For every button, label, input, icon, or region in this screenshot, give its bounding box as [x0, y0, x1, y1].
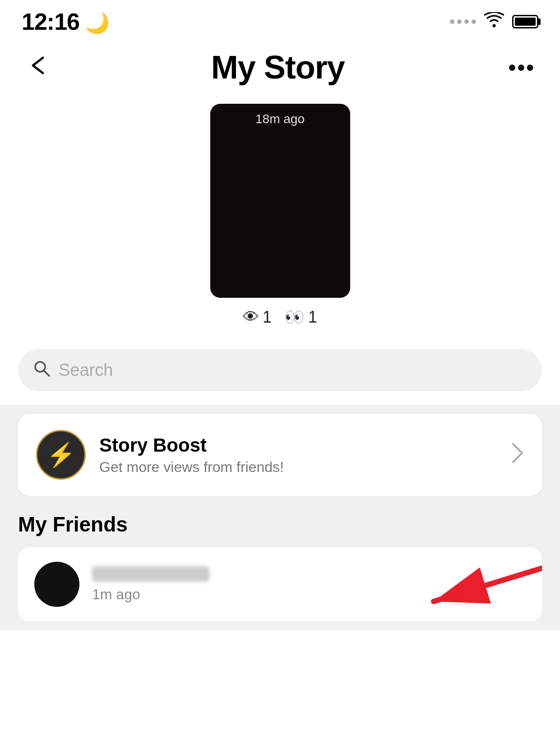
boost-title: Story Boost: [99, 435, 498, 456]
story-area: 18m ago 👁 1 👀 1: [0, 99, 560, 340]
time-display: 12:16: [22, 9, 79, 35]
search-bar[interactable]: Search: [18, 349, 542, 391]
more-button[interactable]: •••: [509, 55, 535, 80]
friend-list-item[interactable]: 1m ago: [18, 547, 542, 621]
friends-section: My Friends 1m ago: [18, 496, 542, 621]
lightning-icon: ⚡: [46, 441, 76, 469]
story-thumbnail[interactable]: 18m ago: [210, 104, 350, 298]
wifi-icon: [484, 12, 504, 32]
battery-fill: [515, 18, 536, 26]
signal-dot-2: [457, 19, 462, 24]
boost-chevron-icon: [511, 442, 524, 468]
signal-dot-3: [464, 19, 469, 24]
view-count: 1: [263, 308, 272, 327]
svg-line-4: [434, 565, 542, 601]
status-bar: 12:16🌙: [0, 0, 560, 40]
story-boost-card[interactable]: ⚡ Story Boost Get more views from friend…: [18, 414, 542, 496]
search-section: Search: [0, 340, 560, 405]
eyes-count: 1: [308, 308, 317, 327]
battery-icon: [512, 15, 538, 28]
cards-section: ⚡ Story Boost Get more views from friend…: [0, 405, 560, 630]
boost-text-area: Story Boost Get more views from friends!: [99, 435, 498, 476]
eyes-stat: 👀 1: [284, 308, 317, 327]
signal-dot-4: [472, 19, 476, 24]
friend-name-blurred: [92, 566, 209, 582]
eyes-emoji-icon: 👀: [284, 308, 305, 327]
moon-icon: 🌙: [85, 12, 109, 34]
signal-dot-1: [450, 19, 454, 24]
eye-icon: 👁: [243, 308, 259, 327]
svg-point-0: [493, 24, 496, 27]
search-placeholder-text: Search: [59, 361, 113, 380]
status-icons: [450, 12, 538, 32]
search-icon: [32, 359, 51, 381]
view-stat: 👁 1: [243, 308, 272, 327]
signal-dots: [450, 19, 476, 24]
friends-section-title: My Friends: [18, 512, 542, 536]
screen: 12:16🌙: [0, 0, 560, 735]
page-title: My Story: [211, 49, 345, 86]
story-time-label: 18m ago: [210, 104, 350, 126]
svg-line-2: [44, 370, 49, 376]
boost-subtitle: Get more views from friends!: [99, 459, 498, 476]
status-time: 12:16🌙: [22, 8, 109, 35]
back-button[interactable]: [25, 54, 47, 80]
story-stats: 👁 1 👀 1: [243, 298, 317, 327]
nav-header: My Story •••: [0, 40, 560, 99]
boost-icon-circle: ⚡: [36, 430, 86, 480]
friend-avatar: [34, 562, 79, 607]
red-arrow-indicator: [407, 556, 542, 612]
